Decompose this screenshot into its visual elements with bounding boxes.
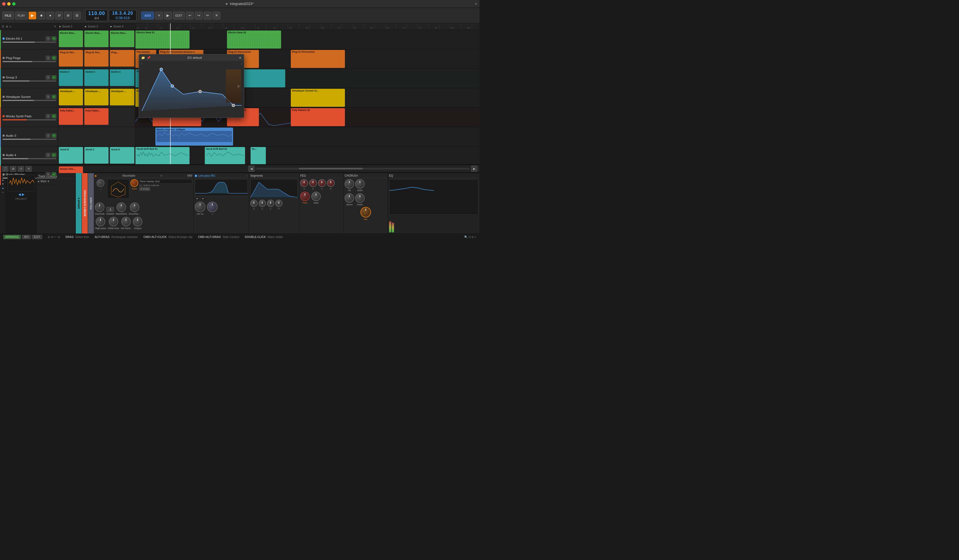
depth-knob[interactable]: [355, 193, 365, 203]
mini-arrow-left[interactable]: ◀: [18, 192, 21, 196]
fb-knob[interactable]: [345, 179, 354, 189]
filter-arrows[interactable]: ⇄: [195, 197, 199, 200]
track-solo-audio3[interactable]: S: [46, 134, 50, 138]
scene-clip-himalayan-3[interactable]: Himalayan ...: [84, 89, 108, 105]
minimize-traffic-light[interactable]: [7, 2, 11, 6]
track-solo-wonky[interactable]: S: [46, 114, 50, 118]
osc-sub-knob[interactable]: [95, 202, 104, 212]
oscs-knob[interactable]: [130, 202, 139, 212]
freq-knob[interactable]: [195, 202, 206, 212]
overdub-button[interactable]: ⊕: [64, 12, 72, 19]
clip-vocal-drift-01[interactable]: Vocal Drift Bed 01: [135, 147, 190, 164]
glide-knob[interactable]: [109, 217, 118, 226]
scene-clip-group3-2[interactable]: Scene 2: [59, 69, 83, 86]
sustain-knob[interactable]: [267, 200, 274, 207]
track-mute-himalayan[interactable]: M: [52, 95, 57, 99]
output-knob[interactable]: [133, 217, 142, 226]
scene-clip-group3-4[interactable]: Scene 4: [110, 69, 134, 86]
track-fader-wonky[interactable]: [3, 119, 56, 120]
scene-clip-wonky-2[interactable]: Poly Patter...: [59, 108, 83, 125]
status-icon-2[interactable]: ⇄: [51, 235, 53, 239]
clip-electro-beat-01[interactable]: Electro Beat 01: [135, 30, 190, 49]
mix-btn[interactable]: MIX: [22, 235, 31, 239]
scene-clip-audio4-3[interactable]: Vocal C: [84, 147, 108, 164]
scene-col-2[interactable]: ▶ Scene 2: [58, 23, 84, 30]
track-solo-himalayan[interactable]: S: [46, 95, 50, 99]
group3-label-vert[interactable]: GROUP 3: [75, 173, 81, 234]
index-knob[interactable]: [131, 179, 138, 187]
polymer-label-vert[interactable]: POLYMER: [88, 173, 94, 234]
attack-knob[interactable]: [250, 200, 258, 207]
scene-clip-himalayan-4[interactable]: Himalayan ...: [110, 89, 134, 105]
scene-clip-himalayan-2[interactable]: Himalayan ...: [59, 89, 83, 105]
track-fader-electro[interactable]: [3, 41, 56, 43]
track-mute-wonky[interactable]: M: [52, 114, 57, 118]
pitch-mod-knob[interactable]: [300, 192, 310, 201]
track-fader-group3[interactable]: [3, 80, 56, 81]
width-knob[interactable]: [355, 179, 365, 189]
track-solo-plug[interactable]: S: [46, 56, 50, 60]
track-solo-group3[interactable]: S: [46, 75, 50, 80]
eg-close-button[interactable]: ✕: [239, 56, 242, 60]
track-solo-audio4[interactable]: S: [46, 153, 50, 157]
record-button[interactable]: ●: [46, 12, 54, 19]
track-mute-audio3[interactable]: M: [52, 134, 57, 138]
feg-release-knob[interactable]: [327, 179, 335, 187]
polymer-menu-icon[interactable]: ≡: [161, 174, 162, 177]
scene-clip-wonky-3[interactable]: Poly Patter...: [84, 108, 108, 125]
track-mute-group3[interactable]: M: [52, 75, 57, 80]
play-label-button[interactable]: PLAY: [15, 12, 27, 19]
scene-clip-electro-2[interactable]: Electro Bea...: [59, 30, 83, 47]
clip-vocal-drift-02[interactable]: Vocal Drift Bed 02: [205, 147, 245, 164]
mix-knob[interactable]: [360, 207, 371, 218]
sync-btn[interactable]: ↺ SYNC: [139, 187, 150, 191]
edit-button[interactable]: EDIT: [173, 12, 185, 19]
vel-knob[interactable]: [121, 217, 131, 226]
decay-knob[interactable]: [259, 200, 266, 207]
clip-plug-perc-3[interactable]: Plug 01 Percussive: [291, 50, 345, 68]
arrange-btn[interactable]: ARRANGE: [3, 235, 21, 239]
undo-button[interactable]: ↩: [186, 12, 194, 19]
track-fader-plug[interactable]: [3, 61, 56, 62]
feg-attack-knob[interactable]: [300, 179, 308, 187]
filter-arrows2[interactable]: ⇄: [201, 197, 206, 200]
clip-vocal-vo[interactable]: Vo...: [250, 147, 266, 164]
horizontal-scrollbar[interactable]: [256, 168, 470, 169]
bottom-icon-5[interactable]: +: [2, 191, 4, 194]
reso-dropdown[interactable]: Reso Sweep 3oct: [139, 179, 192, 184]
bottom-icon-4[interactable]: ●: [2, 187, 3, 190]
status-icon-3[interactable]: ✂: [54, 235, 57, 239]
track-mute-plug[interactable]: M: [52, 56, 57, 60]
track-mute-btn[interactable]: M: [52, 37, 57, 41]
title-close-button[interactable]: ✕: [475, 2, 477, 6]
file-menu-button[interactable]: FILE: [2, 12, 14, 19]
scroll-right-btn[interactable]: ▶: [471, 165, 477, 172]
scene-clip-audio4-2[interactable]: Vocal B: [59, 147, 83, 164]
track-mute-audio4[interactable]: M: [52, 153, 57, 157]
scene-clip-plug-2[interactable]: Plug 01 Per...: [59, 50, 83, 67]
status-icon-1[interactable]: ⊞: [48, 235, 50, 239]
wonky-label-vert[interactable]: WONKY SYNTH PADS: [81, 173, 88, 234]
scene-clip-plug-4[interactable]: Plug...: [110, 50, 134, 67]
rename-button[interactable]: ✏: [204, 12, 212, 19]
add-button[interactable]: ADD: [141, 12, 154, 19]
track-solo-btn[interactable]: S: [46, 37, 50, 41]
play-button[interactable]: ▶: [29, 12, 37, 19]
close-traffic-light[interactable]: [2, 2, 6, 6]
scene-clip-electro-3[interactable]: Electro Bea...: [84, 30, 108, 47]
mixer-button[interactable]: ≡: [155, 12, 163, 19]
glide2-knob[interactable]: [311, 192, 321, 201]
scene-clip-plug-3[interactable]: Plug 01 Per...: [84, 50, 108, 67]
octave-select[interactable]: -1: [106, 207, 114, 212]
scene-clip-group3-3[interactable]: Scene 3: [84, 69, 108, 86]
close-button-transport[interactable]: ✕: [213, 12, 220, 19]
status-icon-4[interactable]: ⊞: [58, 235, 60, 239]
mini-arrow-right[interactable]: ▶: [22, 192, 24, 196]
edit-btn[interactable]: EDIT: [32, 235, 42, 239]
clip-electro-beat-02[interactable]: Electro Beat 02: [227, 30, 281, 49]
scene-col-4[interactable]: ▶ Scene 4: [109, 23, 135, 30]
clip-wonky-03[interactable]: Poly Pattern 02: [291, 108, 345, 126]
scene-clip-audio4-4[interactable]: Vocal D: [110, 147, 134, 164]
pitch-knob[interactable]: [97, 179, 104, 187]
loop-button[interactable]: ⇄: [55, 12, 63, 19]
